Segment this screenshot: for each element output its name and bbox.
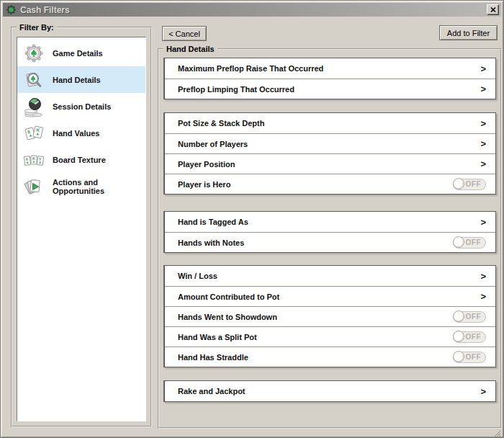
toggle-knob: [453, 331, 464, 342]
filter-row-label: Hand is Tagged As: [178, 218, 248, 226]
sidebar-item-label: Board Texture: [53, 156, 106, 164]
filter-row-label: Hand Has Straddle: [178, 353, 248, 362]
filter-row-label: Hands Went to Showdown: [178, 313, 277, 321]
row-group-results: Win / Loss > Amount Contributed to Pot >…: [163, 265, 496, 367]
toggle-state-label: OFF: [466, 353, 486, 361]
chevron-right-icon: >: [480, 272, 486, 281]
gear-app-icon: [6, 4, 17, 15]
filter-row-maximum-preflop-raise[interactable]: Maximum Preflop Raise That Occurred >: [165, 58, 495, 79]
chevron-right-icon: >: [480, 218, 486, 227]
sidebar-item-session-details[interactable]: Session Details: [17, 93, 145, 120]
chevron-right-icon: >: [480, 119, 486, 128]
toggle-knob: [453, 236, 464, 248]
sidebar-item-hand-values[interactable]: 8 K Hand Values: [17, 120, 145, 146]
chevron-right-icon: >: [480, 64, 486, 73]
toggle-knob: [453, 351, 464, 362]
filter-row-player-is-hero[interactable]: Player is Hero OFF: [165, 174, 495, 194]
chevron-right-icon: >: [480, 159, 486, 169]
sidebar-item-label: Game Details: [53, 49, 103, 58]
filter-row-hand-is-tagged-as[interactable]: Hand is Tagged As >: [165, 212, 495, 232]
chevron-right-icon: >: [480, 139, 486, 148]
window-title: Cash Filters: [20, 5, 70, 15]
row-group-players: Pot Size & Stack Depth > Number of Playe…: [163, 112, 496, 195]
chevron-right-icon: >: [480, 292, 486, 301]
toggle-knob: [453, 310, 464, 322]
toggle-state-label: OFF: [466, 313, 486, 321]
two-cards-icon: 8 K: [23, 122, 45, 144]
cash-filters-window: Cash Filters < Cancel Add to Filter Filt…: [0, 0, 504, 438]
filter-row-hand-was-a-split-pot[interactable]: Hand Was a Split Pot OFF: [165, 326, 495, 347]
card-fan-play-icon: [23, 176, 45, 197]
row-group-rake: Rake and Jackpot >: [163, 380, 496, 402]
filter-row-hand-has-straddle[interactable]: Hand Has Straddle OFF: [165, 347, 495, 367]
filter-row-number-of-players[interactable]: Number of Players >: [165, 133, 495, 153]
chips-clock-icon: [23, 96, 45, 117]
magnifier-document-icon: [23, 69, 45, 91]
hand-was-a-split-pot-toggle[interactable]: OFF: [453, 331, 486, 343]
hand-has-straddle-toggle[interactable]: OFF: [453, 352, 486, 363]
filter-row-hands-went-to-showdown[interactable]: Hands Went to Showdown OFF: [165, 306, 495, 326]
filter-row-label: Hand Was a Split Pot: [178, 333, 257, 341]
sidebar-item-label: Actions and Opportunities: [53, 178, 145, 195]
filter-row-groups: Maximum Preflop Raise That Occurred > Pr…: [163, 50, 496, 402]
hands-went-to-showdown-toggle[interactable]: OFF: [453, 311, 486, 323]
filter-row-label: Rake and Jackpot: [178, 387, 246, 395]
toggle-state-label: OFF: [466, 238, 486, 246]
filter-row-label: Number of Players: [178, 140, 248, 148]
filter-row-amount-contributed-to-pot[interactable]: Amount Contributed to Pot >: [165, 286, 495, 306]
title-bar[interactable]: Cash Filters: [3, 3, 501, 17]
sidebar-item-game-details[interactable]: Game Details: [17, 40, 145, 66]
cancel-button[interactable]: < Cancel: [162, 26, 207, 41]
filter-by-groupbox: Filter By: Game Details: [11, 27, 152, 427]
hands-with-notes-toggle[interactable]: OFF: [453, 237, 486, 249]
filter-by-label: Filter By:: [17, 22, 57, 32]
player-is-hero-toggle[interactable]: OFF: [453, 179, 486, 190]
chevron-right-icon: >: [480, 84, 486, 94]
sidebar-item-hand-details[interactable]: Hand Details: [17, 66, 145, 93]
filter-row-label: Win / Loss: [178, 272, 217, 280]
filter-row-label: Amount Contributed to Pot: [178, 292, 279, 301]
filter-row-rake-and-jackpot[interactable]: Rake and Jackpot >: [165, 381, 495, 401]
filter-row-label: Maximum Preflop Raise That Occurred: [178, 64, 323, 73]
chevron-right-icon: >: [480, 387, 486, 396]
three-cards-icon: 8 K 5: [23, 149, 45, 171]
filter-row-player-position[interactable]: Player Position >: [165, 153, 495, 174]
filter-row-label: Hands with Notes: [178, 238, 244, 247]
sidebar-item-label: Hand Values: [53, 129, 99, 138]
resize-grip[interactable]: [493, 427, 501, 435]
filter-row-label: Player is Hero: [178, 180, 230, 189]
filter-row-pot-size-stack-depth[interactable]: Pot Size & Stack Depth >: [165, 113, 495, 133]
svg-text:K: K: [32, 156, 35, 160]
filter-row-label: Preflop Limping That Occurred: [178, 85, 294, 94]
gear-spade-icon: [23, 43, 45, 64]
hand-details-groupbox: Hand Details Maximum Preflop Raise That …: [158, 48, 502, 429]
sidebar-item-actions-and-opportunities[interactable]: Actions and Opportunities: [17, 173, 145, 200]
filter-row-hands-with-notes[interactable]: Hands with Notes OFF: [165, 232, 495, 252]
sidebar-item-label: Session Details: [53, 102, 111, 111]
close-button[interactable]: [487, 4, 499, 15]
filter-row-label: Pot Size & Stack Depth: [178, 119, 264, 128]
toggle-state-label: OFF: [466, 180, 486, 188]
filter-category-list: Game Details Hand Details: [17, 37, 146, 421]
toggle-state-label: OFF: [466, 333, 486, 341]
filter-row-win-loss[interactable]: Win / Loss >: [165, 266, 495, 286]
add-to-filter-button[interactable]: Add to Filter: [439, 25, 498, 40]
sidebar-item-label: Hand Details: [53, 76, 101, 84]
row-group-tags-notes: Hand is Tagged As > Hands with Notes OFF: [163, 211, 496, 253]
toggle-knob: [453, 178, 464, 189]
filter-row-preflop-limping[interactable]: Preflop Limping That Occurred >: [165, 79, 495, 99]
row-group-preflop: Maximum Preflop Raise That Occurred > Pr…: [163, 58, 496, 99]
sidebar-item-board-texture[interactable]: 8 K 5 Board Texture: [17, 146, 145, 173]
close-icon: [490, 7, 496, 12]
filter-row-label: Player Position: [178, 160, 235, 169]
